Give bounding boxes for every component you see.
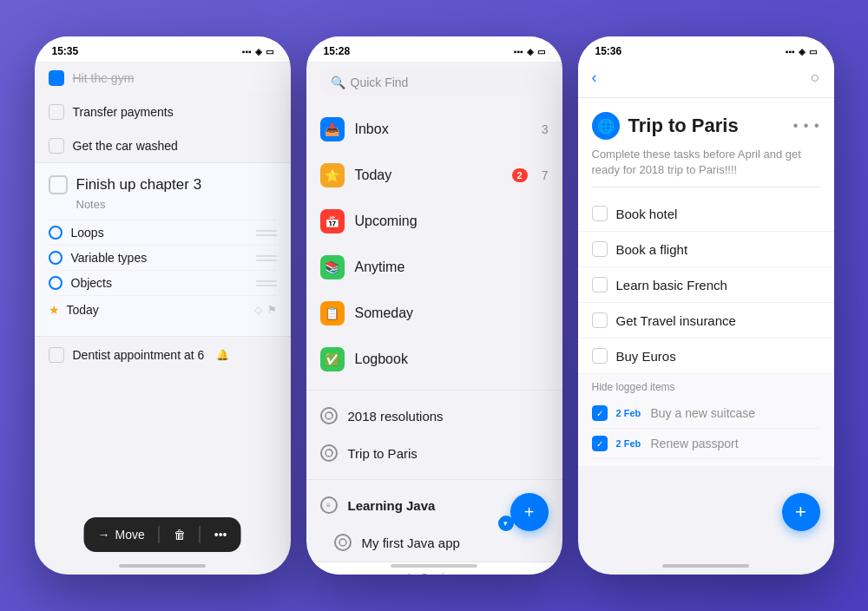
project-2018-resolutions[interactable]: 2018 resolutions: [306, 397, 562, 435]
task-label-car: Get the car washed: [73, 139, 178, 153]
task-car-washed[interactable]: Get the car washed: [35, 129, 291, 162]
subtask-label-objects: Objects: [71, 276, 247, 290]
expanded-checkbox[interactable]: [49, 175, 68, 194]
subtask-loops[interactable]: Loops: [49, 220, 277, 245]
subtask-handle-loops: [256, 230, 277, 236]
inbox-label: Inbox: [355, 122, 531, 137]
expanded-task-header: Finish up chapter 3: [49, 175, 277, 194]
phone1-content: Hit the gym Transfer payments Get the ca…: [35, 62, 291, 371]
checklist-book-hotel[interactable]: Book hotel: [578, 196, 834, 232]
phone3-status-icons: ▪▪▪ ◈ ▭: [786, 47, 817, 56]
home-indicator: [119, 564, 206, 568]
label-book-hotel: Book hotel: [616, 207, 678, 221]
label-travel-insurance: Get Travel insurance: [616, 313, 736, 328]
nav-anytime[interactable]: 📚 Anytime: [306, 245, 562, 291]
dentist-task[interactable]: Dentist appointment at 6 🔔: [35, 338, 291, 371]
someday-label: Someday: [355, 306, 549, 321]
logged-label-passport: Renew passport: [651, 437, 739, 450]
phone3-time: 15:36: [595, 45, 622, 57]
checkbox-travel-insurance[interactable]: [592, 312, 608, 328]
project-label-java-app: My first Java app: [362, 535, 460, 550]
subtask-label-loops: Loops: [71, 226, 247, 240]
checkbox-book-flight[interactable]: [592, 241, 608, 257]
upcoming-icon: 📅: [320, 209, 345, 233]
settings-button[interactable]: ⚙ Settings: [404, 571, 464, 575]
above-fold-tasks: Hit the gym Transfer payments Get the ca…: [35, 62, 291, 163]
move-label: Move: [115, 528, 145, 542]
today-label: Today: [67, 303, 247, 317]
settings-label: Settings: [420, 571, 464, 575]
subtask-handle-objects: [256, 280, 277, 286]
phone3-status-bar: 15:36 ▪▪▪ ◈ ▭: [578, 36, 834, 62]
project-main-title: Trip to Paris: [628, 115, 785, 137]
nav-logbook[interactable]: ✅ Logbook: [306, 337, 562, 383]
plus-icon: +: [524, 503, 535, 522]
more-button[interactable]: •••: [214, 528, 227, 542]
inbox-count: 3: [542, 122, 549, 136]
nav-upcoming[interactable]: 📅 Upcoming: [306, 199, 562, 245]
signal-icon: ▪▪▪: [786, 47, 795, 56]
nav-today[interactable]: ⭐ Today 2 7: [306, 153, 562, 199]
phone2-status-icons: ▪▪▪ ◈ ▭: [514, 47, 545, 56]
subtask-objects[interactable]: Objects: [49, 270, 277, 295]
checklist-buy-euros[interactable]: Buy Euros: [578, 338, 834, 374]
signal-icon: ▪▪▪: [514, 47, 523, 56]
logged-date-suitcase: 2 Feb: [616, 408, 642, 418]
today-nav-label: Today: [355, 168, 502, 183]
nav-someday[interactable]: 📋 Someday: [306, 291, 562, 337]
checkbox-renew-passport[interactable]: ✓: [592, 436, 608, 451]
flag-icon[interactable]: ⚑: [267, 304, 277, 316]
logged-section: Hide logged items ✓ 2 Feb Buy a new suit…: [578, 374, 834, 466]
more-dots-icon: •••: [214, 528, 227, 542]
dentist-label: Dentist appointment at 6: [73, 348, 205, 362]
fab-chevron-button[interactable]: ▾: [498, 516, 514, 531]
subtask-circle-variable: [49, 251, 62, 265]
task-checkbox-transfer[interactable]: [49, 104, 64, 120]
checklist-book-flight[interactable]: Book a flight: [578, 232, 834, 267]
dentist-checkbox[interactable]: [49, 347, 64, 363]
subtask-circle-loops: [49, 226, 62, 240]
task-hit-gym[interactable]: Hit the gym: [35, 62, 291, 95]
project-menu-dots[interactable]: • • •: [793, 118, 820, 134]
move-button[interactable]: → Move: [98, 528, 145, 542]
checklist-travel-insurance[interactable]: Get Travel insurance: [578, 303, 834, 338]
logged-buy-suitcase: ✓ 2 Feb Buy a new suitcase: [592, 398, 820, 429]
today-count: 7: [542, 168, 549, 182]
checkbox-buy-euros[interactable]: [592, 348, 608, 364]
checkbox-buy-suitcase[interactable]: ✓: [592, 405, 608, 421]
checkbox-basic-french[interactable]: [592, 277, 608, 292]
detail-nav-header: ‹ ○: [578, 62, 834, 98]
group-icon-java: ≡: [320, 496, 338, 514]
checklist-basic-french[interactable]: Learn basic French: [578, 267, 834, 303]
back-button[interactable]: ‹: [592, 69, 597, 87]
task-checkbox-car[interactable]: [49, 138, 64, 154]
wifi-icon: ◈: [527, 47, 534, 56]
toolbar-divider1: [159, 526, 160, 543]
phone1-status-icons: ▪▪▪ ◈ ▭: [242, 47, 273, 56]
task-checkbox-gym[interactable]: [49, 70, 64, 86]
logged-header[interactable]: Hide logged items: [592, 381, 820, 393]
subtask-variable-types[interactable]: Variable types: [49, 245, 277, 270]
phone2-time: 15:28: [324, 45, 351, 57]
delete-button[interactable]: 🗑: [174, 528, 186, 542]
reminder-icon: 🔔: [216, 349, 229, 361]
nav-inbox[interactable]: 📥 Inbox 3: [306, 107, 562, 153]
project-label-paris: Trip to Paris: [348, 446, 418, 461]
expanded-task[interactable]: Finish up chapter 3 Notes Loops Variable…: [35, 163, 291, 337]
checkbox-book-hotel[interactable]: [592, 206, 608, 221]
nav-section-divider: [306, 390, 562, 391]
search-bar[interactable]: 🔍 Quick Find: [320, 69, 549, 96]
anytime-label: Anytime: [355, 260, 549, 275]
chevron-down-icon: ▾: [503, 519, 508, 528]
detail-options-button[interactable]: ○: [811, 69, 820, 87]
label-buy-euros: Buy Euros: [616, 349, 676, 364]
add-fab-button[interactable]: +: [510, 493, 549, 531]
subtask-handle-variable: [256, 255, 277, 261]
search-icon: 🔍: [331, 76, 345, 89]
add-task-fab[interactable]: +: [782, 493, 820, 531]
tag-icon[interactable]: ◇: [254, 304, 262, 316]
star-icon: ★: [49, 303, 60, 317]
group-divider: [306, 479, 562, 480]
task-transfer-payments[interactable]: Transfer payments: [35, 95, 291, 129]
project-trip-paris[interactable]: Trip to Paris: [306, 435, 562, 472]
